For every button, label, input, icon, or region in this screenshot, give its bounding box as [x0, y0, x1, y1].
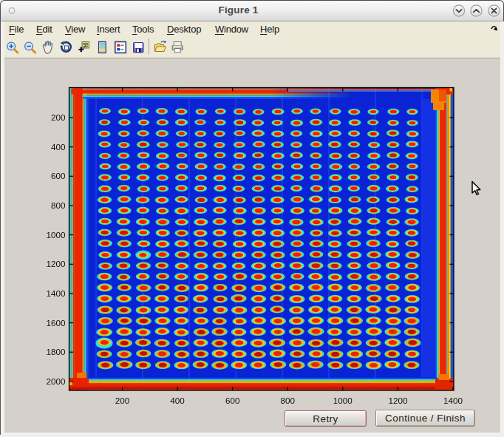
- svg-text:800: 800: [51, 200, 66, 210]
- svg-text:400: 400: [51, 142, 66, 152]
- svg-text:1200: 1200: [388, 396, 408, 405]
- svg-text:200: 200: [51, 112, 66, 122]
- svg-text:600: 600: [51, 171, 66, 180]
- svg-text:1600: 1600: [46, 318, 66, 328]
- svg-text:1200: 1200: [46, 259, 66, 268]
- svg-text:600: 600: [225, 396, 240, 405]
- svg-text:1400: 1400: [443, 396, 463, 405]
- svg-text:1400: 1400: [46, 288, 66, 298]
- svg-text:1800: 1800: [46, 347, 66, 356]
- svg-text:200: 200: [115, 396, 130, 405]
- svg-text:2000: 2000: [46, 376, 66, 386]
- svg-text:1000: 1000: [333, 396, 353, 405]
- svg-text:800: 800: [281, 396, 296, 405]
- svg-text:400: 400: [170, 396, 185, 405]
- svg-text:1000: 1000: [46, 230, 66, 240]
